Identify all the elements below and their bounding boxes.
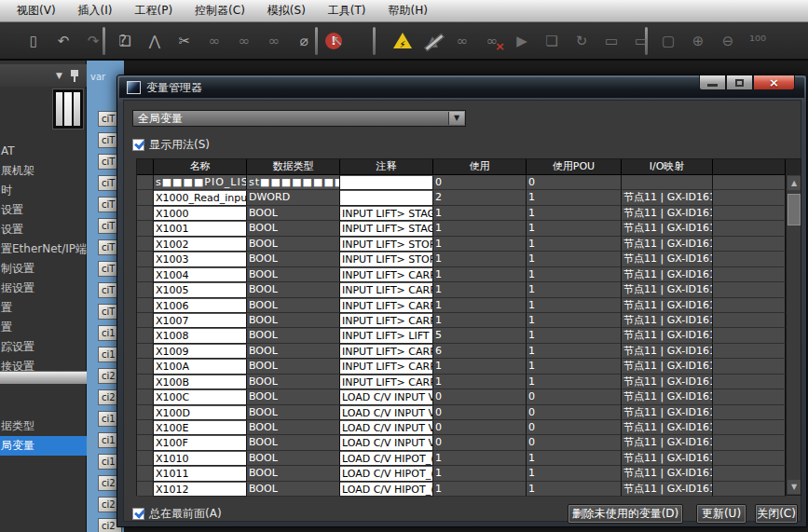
- row-header-cell[interactable]: [137, 359, 154, 374]
- data-type-cell[interactable]: BOOL: [247, 344, 340, 359]
- row-header-cell[interactable]: [137, 175, 154, 190]
- extra-cell[interactable]: [713, 466, 786, 481]
- io-mapping-cell[interactable]: 节点11 | GX-ID161: [622, 482, 713, 497]
- variable-scope-dropdown[interactable]: 全局变量 ▼: [132, 110, 466, 127]
- io-mapping-cell[interactable]: 节点11 | GX-ID161: [622, 313, 713, 328]
- row-header-cell[interactable]: [137, 328, 154, 343]
- checkbox-checked-icon[interactable]: [132, 139, 144, 151]
- data-type-cell[interactable]: BOOL: [247, 237, 340, 252]
- io-mapping-cell[interactable]: 节点11 | GX-ID161: [622, 237, 713, 252]
- variable-name-cell[interactable]: X100E: [154, 420, 247, 435]
- usage-pou-cell[interactable]: 1: [527, 451, 622, 466]
- minimize-button[interactable]: [699, 75, 726, 90]
- pin-icon[interactable]: [70, 69, 79, 82]
- menu-item[interactable]: 帮助(H): [377, 0, 439, 21]
- extra-cell[interactable]: [713, 389, 786, 404]
- usage-count-cell[interactable]: 1: [433, 298, 527, 313]
- usage-count-cell[interactable]: 0: [433, 175, 527, 190]
- comment-cell[interactable]: INPUT LIFT> CARR: [340, 282, 433, 297]
- sidebar-item[interactable]: 设置: [0, 200, 87, 220]
- data-type-cell[interactable]: BOOL: [247, 267, 340, 282]
- io-mapping-cell[interactable]: 节点11 | GX-ID161: [622, 252, 713, 266]
- column-header[interactable]: 数据类型: [247, 159, 340, 175]
- offline-warning-icon[interactable]: ▲: [421, 30, 444, 52]
- variable-name-cell[interactable]: X1012: [154, 482, 247, 497]
- table-row[interactable]: X1003BOOLINPUT LIFT> STOP11节点11 | GX-ID1…: [137, 252, 801, 266]
- table-scrollbar[interactable]: ▲ ▼: [786, 175, 801, 495]
- row-header-cell[interactable]: [137, 420, 154, 435]
- extra-cell[interactable]: [713, 252, 786, 266]
- comment-cell[interactable]: LOAD C/V INPUT V: [340, 405, 433, 420]
- sidebar-item[interactable]: 置: [0, 318, 87, 337]
- row-header-cell[interactable]: [137, 298, 154, 313]
- io-mapping-cell[interactable]: 节点11 | GX-ID161: [622, 190, 713, 205]
- usage-count-cell[interactable]: 1: [433, 313, 527, 328]
- io-mapping-cell[interactable]: 节点11 | GX-ID161: [622, 435, 713, 450]
- extra-cell[interactable]: [713, 221, 786, 236]
- extra-cell[interactable]: [713, 282, 786, 297]
- usage-pou-cell[interactable]: 1: [527, 267, 622, 282]
- zoom-out-icon[interactable]: ⊖: [717, 30, 739, 52]
- search-icon[interactable]: ⌀: [293, 30, 315, 52]
- scrollbar-thumb[interactable]: [787, 194, 801, 225]
- comment-cell[interactable]: LOAD C/V INPUT V: [340, 420, 433, 435]
- row-header-cell[interactable]: [137, 206, 154, 221]
- table-row[interactable]: X1000_Read_inputDWORD21节点11 | GX-ID161: [137, 190, 801, 205]
- column-header[interactable]: 使用: [433, 159, 527, 175]
- usage-pou-cell[interactable]: 1: [527, 252, 622, 266]
- table-row[interactable]: X100ABOOLINPUT LIFT> CARR11节点11 | GX-ID1…: [137, 359, 801, 374]
- row-header-cell[interactable]: [137, 344, 154, 359]
- pointer-tool-icon[interactable]: ↖: [326, 30, 349, 52]
- variable-name-cell[interactable]: X1009: [154, 344, 247, 359]
- upload-controller-icon[interactable]: ▭: [630, 30, 652, 52]
- table-row[interactable]: X1008BOOLINPUT LIFT> LIFT (51节点11 | GX-I…: [137, 328, 801, 343]
- show-usage-checkbox[interactable]: 显示用法(S): [132, 137, 210, 153]
- download-controller-icon[interactable]: ▭: [600, 30, 623, 52]
- extra-cell[interactable]: [713, 375, 786, 389]
- data-type-cell[interactable]: BOOL: [247, 405, 340, 420]
- close-dialog-button[interactable]: 关闭(C): [755, 504, 798, 524]
- variable-name-cell[interactable]: X1008: [154, 328, 247, 343]
- usage-pou-cell[interactable]: 1: [527, 482, 622, 497]
- cascade-window-icon[interactable]: ❏: [114, 30, 136, 52]
- usage-count-cell[interactable]: 1: [433, 267, 527, 282]
- watch-table-icon[interactable]: ∞: [233, 30, 255, 52]
- usage-pou-cell[interactable]: 0: [527, 175, 622, 190]
- row-header-cell[interactable]: [137, 405, 154, 420]
- comment-cell[interactable]: [340, 190, 433, 205]
- watch-st-icon[interactable]: ∞: [263, 30, 285, 52]
- maximize-button[interactable]: [726, 75, 753, 90]
- io-mapping-cell[interactable]: 节点11 | GX-ID161: [622, 206, 713, 221]
- variable-name-cell[interactable]: X100F: [154, 435, 247, 450]
- usage-pou-cell[interactable]: 1: [527, 466, 622, 481]
- usage-pou-cell[interactable]: 0: [527, 389, 622, 404]
- data-type-cell[interactable]: BOOL: [247, 435, 340, 450]
- usage-count-cell[interactable]: 1: [433, 237, 527, 252]
- usage-count-cell[interactable]: 1: [433, 375, 527, 389]
- usage-count-cell[interactable]: 1: [433, 282, 527, 297]
- extra-cell[interactable]: [713, 237, 786, 252]
- usage-count-cell[interactable]: 1: [433, 451, 527, 466]
- comment-cell[interactable]: INPUT LIFT> STOP: [340, 252, 433, 266]
- sidebar-item[interactable]: 置: [0, 298, 87, 318]
- refresh-icon[interactable]: ↻: [570, 30, 593, 52]
- extra-cell[interactable]: [713, 328, 786, 343]
- usage-pou-cell[interactable]: 0: [527, 435, 622, 450]
- extra-cell[interactable]: [713, 359, 786, 374]
- comment-cell[interactable]: INPUT LIFT> CARR: [340, 344, 433, 359]
- usage-pou-cell[interactable]: 1: [527, 298, 622, 313]
- table-row[interactable]: X1011BOOLLOAD C/V HIPOT_(11节点11 | GX-ID1…: [137, 466, 801, 481]
- usage-pou-cell[interactable]: 1: [527, 313, 622, 328]
- variable-name-cell[interactable]: X100A: [154, 359, 247, 374]
- data-type-cell[interactable]: st■■■■■■■■■■■■: [247, 175, 340, 190]
- undo-icon[interactable]: ↶: [52, 30, 75, 52]
- usage-pou-cell[interactable]: 1: [527, 375, 622, 389]
- usage-count-cell[interactable]: 0: [433, 405, 527, 420]
- variable-name-cell[interactable]: X1001: [154, 221, 247, 236]
- io-mapping-cell[interactable]: 节点11 | GX-ID161: [622, 298, 713, 313]
- menu-item[interactable]: 控制器(C): [184, 0, 256, 21]
- data-type-cell[interactable]: BOOL: [247, 282, 340, 297]
- table-row[interactable]: X100FBOOLLOAD C/V INPUT V00节点11 | GX-ID1…: [137, 435, 801, 450]
- io-mapping-cell[interactable]: 节点11 | GX-ID161: [622, 375, 713, 389]
- variable-name-cell[interactable]: X1002: [154, 237, 247, 252]
